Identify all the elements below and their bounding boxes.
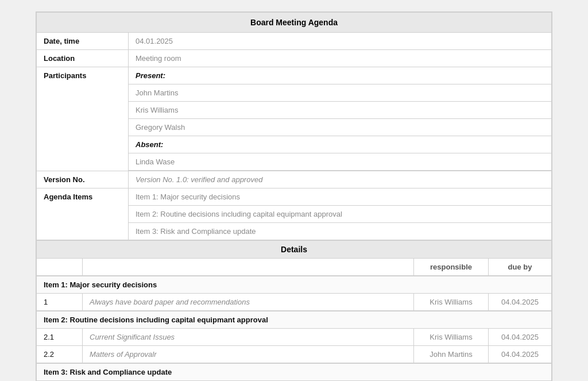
details-title: Details <box>37 241 552 259</box>
table-row: 1Always have board paper and recommendat… <box>37 294 552 311</box>
agenda-item-1: Item 1: Major security decisions <box>129 188 552 206</box>
document-title: Board Meeting Agenda <box>37 13 552 33</box>
row-description: Matters of Approvalr <box>83 346 414 363</box>
col-desc-spacer <box>83 259 414 276</box>
participant-kris-williams: Kris Williams <box>129 102 552 119</box>
agenda-label: Agenda Items <box>37 188 129 240</box>
section-header-row: Item 1: Major security decisions <box>37 276 552 294</box>
table-row: 2.2Matters of ApprovalrJohn Martins04.04… <box>37 346 552 363</box>
participant-linda-wase: Linda Wase <box>129 153 552 171</box>
participant-john-martins: John Martins <box>129 84 552 102</box>
present-label: Present: <box>129 67 552 84</box>
participants-label: Participants <box>37 67 129 171</box>
participant-gregory-walsh: Gregory Walsh <box>129 119 552 136</box>
row-description: Current Significant Issues <box>83 329 414 346</box>
document-container: Board Meeting Agenda Date, time 04.01.20… <box>36 11 552 381</box>
date-value: 04.01.2025 <box>129 33 552 50</box>
section-header-cell: Item 1: Major security decisions <box>37 276 552 294</box>
version-label: Version No. <box>37 171 129 188</box>
agenda-item-2: Item 2: Routine decisions including capi… <box>129 206 552 223</box>
row-number: 1 <box>37 294 83 311</box>
row-description: Always have board paper and recommendati… <box>83 294 414 311</box>
location-value: Meeting room <box>129 50 552 67</box>
row-responsible: Kris Williams <box>414 329 489 346</box>
col-dueby-header: due by <box>489 259 552 276</box>
table-row: 2.1Current Significant IssuesKris Willia… <box>37 329 552 346</box>
row-number: 2.1 <box>37 329 83 346</box>
row-number: 2.2 <box>37 346 83 363</box>
row-due-by: 04.04.2025 <box>489 294 552 311</box>
agenda-item-3: Item 3: Risk and Compliance update <box>129 223 552 240</box>
row-due-by: 04.04.2025 <box>489 329 552 346</box>
version-value: Version No. 1.0: verified and approved <box>129 171 552 188</box>
section-header-row: Item 3: Risk and Compliance update <box>37 364 552 381</box>
col-num-spacer <box>37 259 83 276</box>
section-header-cell: Item 2: Routine decisions including capi… <box>37 311 552 329</box>
row-responsible: John Martins <box>414 346 489 363</box>
row-responsible: Kris Williams <box>414 294 489 311</box>
row-due-by: 04.04.2025 <box>489 346 552 363</box>
date-label: Date, time <box>37 33 129 50</box>
section-header-cell: Item 3: Risk and Compliance update <box>37 364 552 381</box>
location-label: Location <box>37 50 129 67</box>
section-header-row: Item 2: Routine decisions including capi… <box>37 311 552 329</box>
absent-label: Absent: <box>129 136 552 153</box>
col-responsible-header: responsible <box>414 259 489 276</box>
